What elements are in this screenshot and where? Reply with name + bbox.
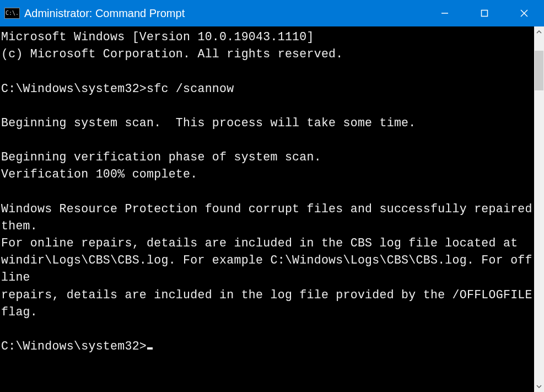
prompt: C:\Windows\system32> [1, 340, 147, 353]
command-text: sfc /scannow [147, 82, 234, 95]
scroll-down-arrow[interactable] [534, 381, 544, 392]
output-line: Beginning verification phase of system s… [1, 151, 321, 164]
svg-rect-1 [482, 10, 488, 17]
output-line: repairs, details are included in the log… [1, 288, 540, 319]
cmd-icon: C:\. [4, 8, 20, 19]
output-line: Beginning system scan. This process will… [1, 116, 416, 130]
maximize-button[interactable] [465, 0, 504, 26]
maximize-icon [481, 9, 488, 17]
close-icon [520, 9, 529, 18]
terminal-cursor [147, 347, 153, 350]
output-line: windir\Logs\CBS\CBS.log. For example C:\… [1, 254, 532, 284]
prompt: C:\Windows\system32> [1, 82, 147, 95]
output-line: (c) Microsoft Corporation. All rights re… [1, 47, 343, 61]
minimize-icon [440, 9, 449, 18]
command-prompt-window: C:\. Administrator: Command Prompt Micro… [0, 0, 544, 392]
output-line: Verification 100% complete. [1, 168, 197, 181]
scroll-up-arrow[interactable] [534, 26, 544, 37]
vertical-scrollbar[interactable] [534, 26, 544, 392]
output-line: Windows Resource Protection found corrup… [1, 202, 540, 233]
minimize-button[interactable] [425, 0, 465, 26]
chevron-up-icon [536, 29, 542, 35]
terminal-output[interactable]: Microsoft Windows [Version 10.0.19043.11… [0, 26, 534, 392]
close-button[interactable] [504, 0, 544, 26]
titlebar-left: C:\. Administrator: Command Prompt [0, 7, 185, 20]
chevron-down-icon [536, 384, 542, 389]
client-area: Microsoft Windows [Version 10.0.19043.11… [0, 26, 544, 392]
window-title: Administrator: Command Prompt [24, 7, 185, 20]
output-line: For online repairs, details are included… [1, 237, 518, 250]
window-controls [425, 0, 544, 26]
titlebar[interactable]: C:\. Administrator: Command Prompt [0, 0, 544, 26]
scrollbar-thumb[interactable] [535, 51, 543, 90]
output-line: Microsoft Windows [Version 10.0.19043.11… [1, 30, 314, 44]
